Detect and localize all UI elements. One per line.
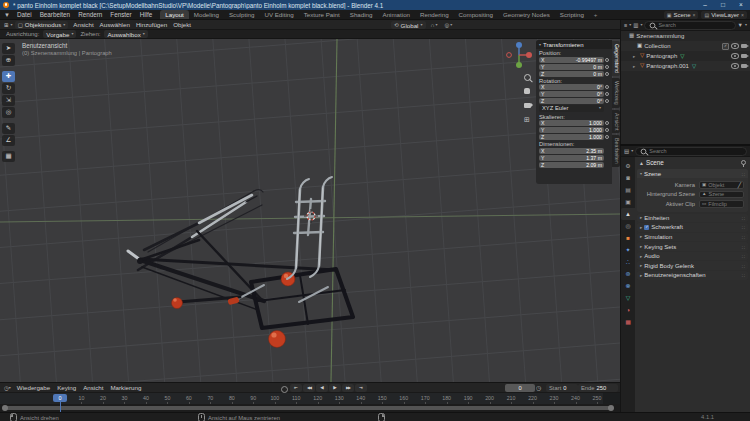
menu-datei[interactable]: Datei	[13, 10, 36, 19]
properties-tab-particles[interactable]: ∴	[621, 256, 635, 268]
app-menu-icon[interactable]: ▼	[0, 10, 13, 19]
rotation-y-field[interactable]: Y0°	[539, 91, 604, 97]
panel-audio[interactable]: ▸Audio∷	[637, 252, 748, 261]
panel-simulation[interactable]: ▸Simulation∷	[637, 233, 748, 242]
expand-icon[interactable]: ▸	[633, 54, 638, 59]
kamera-field[interactable]: ▣Objekt╱	[699, 181, 744, 189]
timeline-menu-wiedergabe[interactable]: Wiedergabe	[14, 384, 53, 391]
rotation-z-field[interactable]: Z0°	[539, 98, 604, 104]
navigation-gizmo[interactable]	[504, 40, 534, 70]
outliner-editor-icon[interactable]: ≡	[624, 22, 627, 28]
properties-tab-world[interactable]: ◎	[621, 220, 635, 232]
dimensions-z-field[interactable]: Z2.09 m	[539, 162, 604, 168]
decorator-icon[interactable]	[605, 135, 609, 139]
scene-unlink-icon[interactable]: ×	[693, 12, 696, 18]
menu-bearbeiten[interactable]: Bearbeiten	[36, 10, 74, 19]
camera-view-button[interactable]	[522, 100, 532, 110]
workspace-tab-uv-editing[interactable]: UV Editing	[259, 10, 298, 19]
outliner-row-pantograph[interactable]: ▸▽Pantograph▽	[621, 51, 750, 61]
transform-panel-header[interactable]: ▾ Transformieren	[536, 40, 612, 49]
workspace-tab-layout[interactable]: Layout	[160, 10, 189, 19]
outliner-row-pantograph-001[interactable]: ▸▽Pantograph.001▽	[621, 61, 750, 71]
properties-tab-tool[interactable]: ⚙	[621, 160, 635, 172]
properties-tab-scene[interactable]: ▲	[621, 208, 635, 220]
menu-hilfe[interactable]: Hilfe	[136, 10, 157, 19]
workspace-tab-compositing[interactable]: Compositing	[454, 10, 498, 19]
panel-benutzereigenschaften[interactable]: ▸Benutzereigenschaften∷	[637, 271, 748, 280]
dimensions-x-field[interactable]: X2.35 m	[539, 148, 604, 154]
pan-button[interactable]	[522, 86, 532, 96]
sidebar-tab-gegenstand[interactable]: Gegenstand	[612, 41, 620, 76]
properties-tab-constraints[interactable]: ⊗	[621, 280, 635, 292]
tool-transform[interactable]: ◎	[2, 107, 15, 118]
workspace-tab-shading[interactable]: Shading	[345, 10, 378, 19]
timeline-ruler[interactable]: 0102030405060708090100110120130140150160…	[0, 393, 620, 404]
playback-play-reverse-button[interactable]: ◀	[316, 384, 328, 392]
decorator-icon[interactable]	[605, 72, 609, 76]
panel-einheiten[interactable]: ▸Einheiten∷	[637, 214, 748, 223]
properties-tab-object[interactable]: ■	[621, 232, 635, 244]
mode-dropdown[interactable]: ▢ Objektmodus ▾	[15, 21, 69, 29]
position-y-field[interactable]: Y0 m	[539, 64, 604, 70]
tool-move[interactable]: ✚	[2, 71, 15, 82]
scale-z-field[interactable]: Z1.000	[539, 134, 604, 140]
viewport-3d[interactable]: Benutzeransicht (0) Szenensammlung | Pan…	[0, 39, 620, 382]
tool-select-box[interactable]: ➤	[2, 43, 15, 54]
orientation-dropdown[interactable]: ⟲ Global ▾	[391, 21, 426, 29]
playback-next-key-button[interactable]: ▶▶	[342, 384, 354, 392]
decorator-icon[interactable]	[605, 99, 609, 103]
outliner-search-input[interactable]: Search	[644, 21, 735, 30]
expand-icon[interactable]: ▸	[633, 64, 638, 69]
properties-tab-material[interactable]: ◑	[621, 304, 635, 316]
properties-tab-texture[interactable]: ▦	[621, 316, 635, 328]
workspace-tab-scripting[interactable]: Scripting	[555, 10, 589, 19]
workspace-tab-rendering[interactable]: Rendering	[415, 10, 454, 19]
editor-type-icon[interactable]: ⊞	[0, 22, 11, 28]
eye-toggle[interactable]	[731, 43, 739, 49]
panel-keying-sets[interactable]: ▸Keying Sets∷	[637, 242, 748, 251]
rotation-x-field[interactable]: X0°	[539, 84, 604, 90]
decorator-icon[interactable]	[605, 128, 609, 132]
timeline-scrollbar[interactable]	[3, 406, 613, 410]
timeline-menu-ansicht[interactable]: Ansicht	[80, 384, 106, 391]
workspace-tab-modeling[interactable]: Modeling	[189, 10, 224, 19]
panel-szene-header[interactable]: ▾ Szene ∷	[637, 169, 748, 178]
zoom-button[interactable]	[522, 72, 532, 82]
scale-x-field[interactable]: X1.000	[539, 120, 604, 126]
properties-tab-output[interactable]: ▤	[621, 184, 635, 196]
sidebar-tab-werkzeug[interactable]: Werkzeug	[612, 78, 620, 108]
camera-toggle[interactable]	[741, 54, 747, 59]
viewlayer-unlink-icon[interactable]: ×	[741, 12, 744, 18]
workspace-tab-sculpting[interactable]: Sculpting	[224, 10, 259, 19]
position-x-field[interactable]: X-0.99497 m	[539, 57, 604, 63]
checkbox-toggle[interactable]: ✓	[722, 43, 729, 50]
eyedropper-icon[interactable]: ╱	[738, 182, 741, 188]
viewport-menu-auswahlen[interactable]: Auswählen	[97, 21, 133, 28]
aktiver-clip-field[interactable]: ▭Filmclip	[699, 200, 744, 208]
tool-cursor[interactable]: ⊕	[2, 55, 15, 66]
tool-add-cube[interactable]: ▦	[2, 151, 15, 162]
camera-toggle[interactable]	[741, 44, 747, 49]
properties-tab-data[interactable]: ▽	[621, 292, 635, 304]
workspace-tab-animation[interactable]: Animation	[378, 10, 416, 19]
sidebar-tab-bearbeiten[interactable]: Bearbeiten	[612, 135, 620, 167]
decorator-icon[interactable]	[605, 65, 609, 69]
outliner-row-collection[interactable]: ▣Collection✓	[621, 41, 750, 51]
ortho-toggle-button[interactable]: ⊞	[522, 114, 532, 124]
playback-jump-end-button[interactable]: ⇥	[355, 384, 367, 392]
current-frame-field[interactable]: 0	[505, 384, 535, 392]
workspace-tab-geometry-nodes[interactable]: Geometry Nodes	[498, 10, 555, 19]
outliner-row-szenensammlung[interactable]: ▦Szenensammlung	[621, 31, 750, 41]
decorator-icon[interactable]	[605, 121, 609, 125]
tool-annotate[interactable]: ✎	[2, 123, 15, 134]
eye-toggle[interactable]	[731, 63, 739, 69]
gizmo-y-axis[interactable]	[516, 62, 522, 68]
tool-scale[interactable]: ⇲	[2, 95, 15, 106]
properties-tab-modifiers[interactable]: ✦	[621, 244, 635, 256]
gizmo-x-axis[interactable]	[526, 52, 532, 58]
close-button[interactable]: ×	[732, 0, 750, 10]
workspace-tab-texture-paint[interactable]: Texture Paint	[299, 10, 345, 19]
frame-end-field[interactable]: Ende 250	[578, 384, 618, 392]
viewlayer-selector[interactable]: ▤ ViewLayer ×	[701, 11, 747, 19]
minimize-button[interactable]: –	[696, 0, 714, 10]
